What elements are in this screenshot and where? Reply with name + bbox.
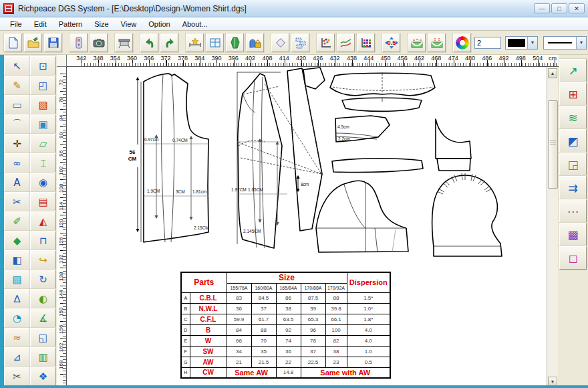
line-color-dropdown[interactable]: ▼	[505, 36, 538, 50]
arc-tool[interactable]: ⌒	[4, 114, 30, 134]
eraser-icon	[274, 36, 287, 50]
line-width-input[interactable]	[474, 37, 501, 49]
open-file-icon	[27, 36, 40, 50]
compass-tool[interactable]: A	[4, 173, 30, 192]
split-piece-tool[interactable]: ◧	[4, 250, 30, 270]
menu-item[interactable]: About...	[176, 19, 214, 29]
part-name: W	[190, 335, 227, 346]
photo-input-button[interactable]	[90, 33, 108, 52]
vertical-scrollbar[interactable]: ▲ ▼	[547, 67, 558, 388]
pattern-handles-tool[interactable]: ◩	[559, 129, 587, 153]
spiral-tool[interactable]: ◔	[4, 308, 30, 328]
lock-piece-button[interactable]	[246, 33, 264, 52]
minimize-button[interactable]: —	[534, 3, 550, 13]
dispersion-value: 1.8*	[347, 314, 390, 324]
layer-piece-tool[interactable]: ◲	[559, 153, 587, 176]
point-sequence-tool[interactable]: ⋯	[559, 199, 587, 223]
redo-button[interactable]	[160, 33, 178, 52]
measurement-label: 1.97CM	[231, 187, 247, 192]
copy-pattern-tool[interactable]: ⊞	[559, 82, 587, 106]
collar-stand-piece[interactable]: 4.5cm 2.2cm	[335, 116, 390, 142]
line-color-dropdown-arrow-icon[interactable]: ▼	[527, 37, 537, 49]
rect-select-tool[interactable]: ⊡	[30, 56, 56, 76]
intersect-point-tool[interactable]: ✛	[4, 134, 30, 153]
dispersion-value: 1.0	[347, 346, 390, 357]
pattern-window-button[interactable]	[206, 33, 224, 52]
part-name: B	[190, 324, 227, 335]
waistband-piece[interactable]	[332, 159, 423, 173]
color-wheel-button[interactable]	[453, 33, 471, 52]
close-button[interactable]: ✕	[569, 3, 585, 13]
digitizer-button[interactable]	[69, 33, 88, 52]
scrollbar-thumb[interactable]	[548, 100, 558, 189]
seam-corner-button[interactable]	[428, 33, 446, 52]
undo-button[interactable]	[140, 33, 158, 52]
size-value: 100	[325, 324, 347, 335]
curve-plot-button[interactable]	[337, 33, 355, 52]
ruler-number: 438	[343, 55, 360, 66]
show-piece-button[interactable]	[226, 33, 244, 52]
tool-icon: ◱	[38, 332, 47, 344]
pleat-bag-tool[interactable]: ◆	[4, 231, 30, 250]
eraser-button[interactable]	[271, 33, 289, 52]
size-table[interactable]: Parts Size Dispersion 155/76A160/80A165/…	[180, 272, 391, 379]
puff-sleeve-piece[interactable]	[432, 173, 502, 256]
tool-icon: ◧	[12, 254, 21, 266]
table-row: A C.B.L 83 84.5 86 87.5 88 1.5*	[181, 292, 390, 303]
size-value: 92	[276, 324, 301, 335]
pencil-tool[interactable]: ✎	[4, 76, 30, 95]
row-key: D	[181, 324, 190, 335]
cut-tool[interactable]: ✂	[4, 192, 30, 211]
seam-mark-tool[interactable]: ◻	[559, 246, 587, 270]
collar-band-piece[interactable]	[342, 98, 422, 111]
measurement-label: 1.81cm	[192, 189, 206, 194]
back-bodice-piece[interactable]: 0.97cm 0.74CM 1.9CM 3CM 1.81cm 2.15CM	[141, 74, 209, 242]
scissors-tool[interactable]: ✂	[4, 367, 30, 385]
table-row: F SW 34 35 36 37 38 1.0	[181, 346, 390, 357]
menu-item[interactable]: Edit	[28, 19, 53, 29]
scroll-up-icon[interactable]: ▲	[548, 68, 557, 78]
tool-icon: ◰	[38, 80, 47, 92]
size-value: 61.7	[251, 314, 276, 324]
show-piece-icon	[229, 36, 242, 50]
design-canvas[interactable]: 0.97cm 0.74CM 1.9CM 3CM 1.81cm 2.15CM 56…	[67, 67, 547, 388]
save-button[interactable]	[44, 33, 62, 52]
compare-length-tool[interactable]: ∞	[4, 153, 30, 173]
seam-curve-button[interactable]	[408, 33, 426, 52]
menu-item[interactable]: File	[4, 19, 28, 29]
collar-piece[interactable]	[330, 73, 435, 95]
application-window: Richpeace DGS System - [E:\Desktop\Desig…	[0, 0, 588, 388]
menu-item[interactable]: Option	[142, 19, 176, 29]
select-tool[interactable]: ↖	[4, 56, 30, 76]
trace-curve-tool[interactable]: ≋	[559, 106, 587, 129]
move-pattern-tool[interactable]: ↗	[559, 59, 587, 82]
maximize-button[interactable]: □	[551, 3, 567, 13]
mirror-piece-tool[interactable]: ⇉	[559, 176, 587, 199]
plotter-button[interactable]	[115, 33, 133, 52]
piece-list-button[interactable]	[291, 33, 309, 52]
new-file-button[interactable]	[4, 33, 22, 52]
line-style-dropdown-arrow-icon[interactable]: ▼	[576, 37, 586, 49]
flare-tool[interactable]: ∆	[4, 289, 30, 308]
menu-item[interactable]: Pattern	[53, 19, 88, 29]
grading-step-button[interactable]: 0.5	[382, 33, 400, 52]
shoulder-piece[interactable]	[303, 68, 325, 89]
measure-distance-button[interactable]	[186, 33, 204, 52]
grid-plot-button[interactable]	[357, 33, 375, 52]
point-plot-button[interactable]	[317, 33, 335, 52]
rectangle-tool[interactable]: ▭	[4, 95, 30, 114]
table-row: E W 66 70 74 78 82 4.0	[181, 335, 390, 346]
ruler-number: 474	[445, 55, 462, 66]
front-facing-piece[interactable]: 8cm	[287, 68, 322, 231]
sleeve-piece[interactable]	[316, 181, 408, 252]
cuff-piece[interactable]	[436, 119, 471, 171]
eraser-tool[interactable]: ✐	[4, 211, 30, 231]
open-file-button[interactable]	[24, 33, 42, 52]
menu-item[interactable]: View	[115, 19, 143, 29]
overlay-pattern-tool[interactable]: ▩	[559, 223, 587, 246]
menu-item[interactable]: Size	[88, 19, 114, 29]
pleats-tool[interactable]: ▨	[4, 270, 30, 289]
brush-tool[interactable]: ≈	[4, 328, 30, 347]
line-style-dropdown[interactable]: ▼	[543, 36, 587, 50]
triangle-ruler-tool[interactable]: ⊿	[4, 347, 30, 367]
